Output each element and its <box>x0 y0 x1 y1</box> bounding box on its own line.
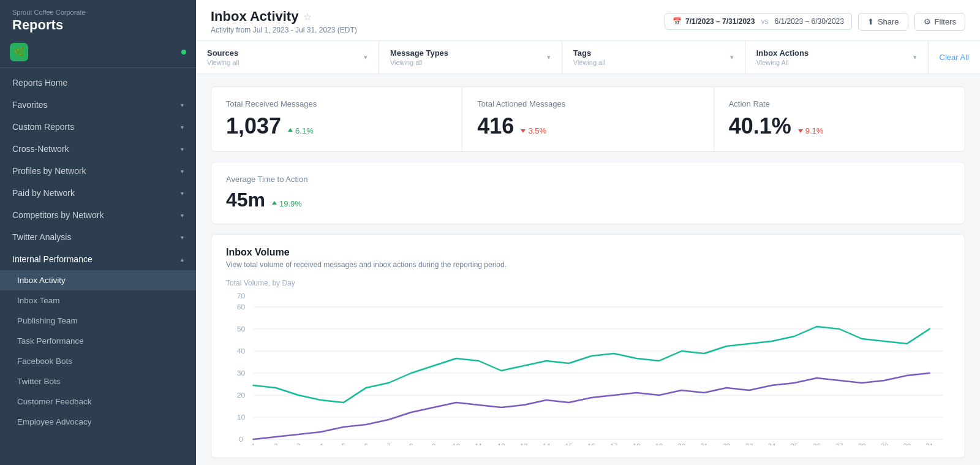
svg-text:25: 25 <box>791 443 799 445</box>
sources-label: Sources <box>207 48 239 58</box>
svg-text:6: 6 <box>364 443 368 445</box>
app-title: Reports <box>12 17 184 33</box>
filters-icon: ⚙ <box>924 17 931 26</box>
svg-text:27: 27 <box>835 443 843 445</box>
sidebar-item-employee-advocacy[interactable]: Employee Advocacy <box>0 412 196 432</box>
nav-profiles-by-network[interactable]: Profiles by Network ▾ <box>0 160 196 182</box>
filter-inbox-actions[interactable]: Inbox Actions Viewing All ▾ <box>745 41 929 74</box>
nav-competitors-by-network[interactable]: Competitors by Network ▾ <box>0 204 196 226</box>
sprout-icon[interactable]: 🌿 <box>10 43 28 61</box>
svg-text:23: 23 <box>745 443 753 445</box>
sidebar-item-customer-feedback[interactable]: Customer Feedback <box>0 391 196 412</box>
inbox-actions-chevron-icon: ▾ <box>913 53 917 61</box>
svg-text:28: 28 <box>858 443 866 445</box>
twitter-analysis-chevron: ▾ <box>181 234 184 241</box>
message-types-chevron-icon: ▾ <box>547 53 551 61</box>
online-indicator <box>181 50 186 55</box>
stats-row-top: Total Received Messages 1,037 6.1% Total… <box>211 86 965 152</box>
line-received <box>254 327 930 403</box>
filter-message-types[interactable]: Message Types Viewing all ▾ <box>379 41 562 74</box>
total-received-change: 6.1% <box>287 126 314 135</box>
svg-text:1: 1 <box>252 443 255 445</box>
sidebar-item-task-performance[interactable]: Task Performance <box>0 331 196 351</box>
nav-twitter-analysis[interactable]: Twitter Analysis ▾ <box>0 226 196 248</box>
filter-tags[interactable]: Tags Viewing all ▾ <box>562 41 745 74</box>
paid-chevron: ▾ <box>181 190 184 197</box>
svg-text:11: 11 <box>475 443 483 445</box>
header-left: Inbox Activity ☆ Activity from Jul 1, 20… <box>211 9 357 34</box>
line-chart: 0 10 20 30 40 50 60 70 <box>226 292 950 445</box>
total-actioned-value: 416 <box>477 113 514 139</box>
svg-text:4: 4 <box>319 443 323 445</box>
action-rate-change: 9.1% <box>797 126 824 135</box>
nav-cross-network[interactable]: Cross-Network ▾ <box>0 138 196 160</box>
svg-text:8: 8 <box>409 443 413 445</box>
tags-chevron-icon: ▾ <box>730 53 734 61</box>
up-arrow-icon <box>287 127 293 134</box>
svg-text:29: 29 <box>881 443 889 445</box>
filters-label: Filters <box>935 17 956 26</box>
cross-network-chevron: ▾ <box>181 146 184 153</box>
svg-text:0: 0 <box>239 436 243 443</box>
svg-text:40: 40 <box>237 347 246 355</box>
filters-button[interactable]: ⚙ Filters <box>914 13 965 31</box>
sidebar-brand: Sprout Coffee Corporate Reports <box>0 0 196 39</box>
total-received-label: Total Received Messages <box>226 99 447 108</box>
svg-text:5: 5 <box>342 443 345 445</box>
line-actioned <box>254 373 930 439</box>
clear-all-button[interactable]: Clear All <box>929 41 980 74</box>
sidebar-item-publishing-team[interactable]: Publishing Team <box>0 311 196 331</box>
total-actioned-change: 3.5% <box>520 126 546 135</box>
svg-text:60: 60 <box>237 303 246 311</box>
stat-total-received: Total Received Messages 1,037 6.1% <box>211 87 462 151</box>
share-icon: ⬆ <box>867 17 874 26</box>
svg-text:19: 19 <box>655 443 663 445</box>
sidebar-item-inbox-team[interactable]: Inbox Team <box>0 290 196 311</box>
main-scroll-area: Total Received Messages 1,037 6.1% Total… <box>196 74 980 465</box>
company-name: Sprout Coffee Corporate <box>12 9 184 16</box>
chart-meta: Total Volume, by Day <box>226 279 950 287</box>
action-rate-label: Action Rate <box>729 99 950 108</box>
inbox-actions-value: Viewing All <box>756 59 809 66</box>
date-range-button[interactable]: 📅 7/1/2023 – 7/31/2023 vs 6/1/2023 – 6/3… <box>665 13 852 30</box>
sidebar-item-facebook-bots[interactable]: Facebook Bots <box>0 351 196 371</box>
competitors-chevron: ▾ <box>181 212 184 219</box>
svg-text:17: 17 <box>610 443 618 445</box>
svg-text:22: 22 <box>723 443 731 445</box>
message-types-value: Viewing all <box>390 59 448 66</box>
svg-text:20: 20 <box>678 443 686 445</box>
date-vs-label: vs <box>761 17 768 26</box>
page-header: Inbox Activity ☆ Activity from Jul 1, 20… <box>196 0 980 41</box>
page-subtitle: Activity from Jul 1, 2023 - Jul 31, 2023… <box>211 26 357 34</box>
svg-text:2: 2 <box>274 443 277 445</box>
custom-reports-chevron: ▾ <box>181 124 184 130</box>
nav-reports-home[interactable]: Reports Home <box>0 72 196 94</box>
favorites-chevron: ▾ <box>181 102 184 108</box>
svg-text:50: 50 <box>237 325 246 333</box>
date-previous: 6/1/2023 – 6/30/2023 <box>774 17 843 26</box>
sidebar-item-twitter-bots[interactable]: Twitter Bots <box>0 371 196 391</box>
share-button[interactable]: ⬆ Share <box>858 13 908 31</box>
total-actioned-label: Total Actioned Messages <box>477 99 698 108</box>
svg-text:26: 26 <box>813 443 821 445</box>
nav-paid-by-network[interactable]: Paid by Network ▾ <box>0 182 196 204</box>
stat-total-actioned: Total Actioned Messages 416 3.5% <box>462 87 714 151</box>
nav-internal-performance[interactable]: Internal Performance ▴ <box>0 248 196 270</box>
nav-custom-reports[interactable]: Custom Reports ▾ <box>0 116 196 138</box>
svg-text:21: 21 <box>700 443 708 445</box>
svg-text:7: 7 <box>386 443 390 445</box>
svg-text:9: 9 <box>432 443 435 445</box>
date-current: 7/1/2023 – 7/31/2023 <box>685 17 755 26</box>
svg-text:20: 20 <box>237 391 246 399</box>
svg-text:13: 13 <box>520 443 528 445</box>
svg-text:30: 30 <box>237 369 246 377</box>
nav-favorites[interactable]: Favorites ▾ <box>0 94 196 116</box>
filter-sources[interactable]: Sources Viewing all ▾ <box>196 41 379 74</box>
action-rate-value: 40.1% <box>729 113 791 139</box>
avg-time-value: 45m <box>226 189 265 211</box>
internal-perf-chevron: ▴ <box>181 256 184 263</box>
down-arrow-icon-2 <box>797 127 804 134</box>
sidebar-item-inbox-activity[interactable]: Inbox Activity <box>0 270 196 290</box>
inbox-volume-chart-card: Inbox Volume View total volume of receiv… <box>211 234 965 458</box>
favorite-star-icon[interactable]: ☆ <box>303 11 312 23</box>
